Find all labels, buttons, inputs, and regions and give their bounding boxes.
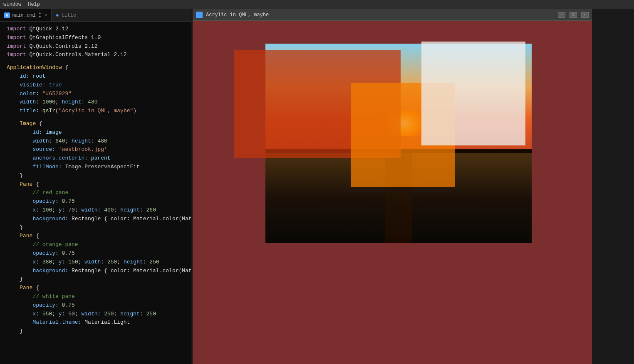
code-line-3: import QtQuick.Controls 2.12 [7, 42, 185, 51]
code-line-8: color: "#652929" [7, 90, 185, 98]
code-line-18: Pane { [7, 180, 185, 189]
editor-area: Q main.qml ▲ ▼ × ◆ title import QtQuick … [0, 9, 191, 364]
preview-window: Acrylic in QML, maybe − □ × [193, 9, 592, 364]
code-line-10: title: qsTr("Acrylic in QML, maybe") [7, 107, 185, 116]
code-line-11: Image { [7, 120, 185, 128]
code-line-5: ApplicationWindow { [7, 64, 185, 72]
white-pane [421, 42, 525, 145]
tab-title-section: ◆ title [52, 12, 80, 18]
code-blank-2 [7, 116, 185, 120]
code-line-28: background: Rectangle { color: Material.… [7, 267, 185, 275]
preview-titlebar: Acrylic in QML, maybe − □ × [193, 9, 592, 21]
code-line-17: } [7, 172, 185, 180]
code-line-6: id: root [7, 72, 185, 81]
code-line-30: Pane { [7, 284, 185, 293]
preview-title: Acrylic in QML, maybe [206, 12, 554, 18]
code-line-12: id: image [7, 128, 185, 137]
qml-file-icon: Q [4, 12, 10, 18]
code-line-29: } [7, 275, 185, 284]
code-blank-1 [7, 59, 185, 64]
code-line-20: opacity: 0.75 [7, 197, 185, 206]
code-line-13: width: 640; height: 480 [7, 137, 185, 146]
code-line-15: anchors.centerIn: parent [7, 154, 185, 163]
tab-bar: Q main.qml ▲ ▼ × ◆ title [0, 9, 191, 22]
code-line-24: Pane { [7, 232, 185, 241]
code-line-14: source: 'westbrook.jpg' [7, 145, 185, 154]
tab-title-label: title [61, 12, 76, 18]
code-line-34: Material.theme: Material.Light [7, 318, 185, 327]
code-line-27: x: 380; y: 150; width: 250; height: 250 [7, 258, 185, 267]
tab-main-qml[interactable]: Q main.qml ▲ ▼ × [0, 9, 52, 21]
code-line-23: } [7, 224, 185, 232]
preview-canvas [193, 21, 592, 364]
code-line-21: x: 100; y: 70; width: 400; height: 260 [7, 206, 185, 215]
code-line-31: // white pane [7, 293, 185, 301]
code-line-22: background: Rectangle { color: Material.… [7, 215, 185, 224]
close-button[interactable]: × [581, 12, 589, 18]
tab-filename: main.qml [12, 12, 36, 18]
code-line-4: import QtQuick.Controls.Material 2.12 [7, 51, 185, 59]
arrow-up: ▲ [39, 12, 41, 15]
tab-arrows: ▲ ▼ [39, 12, 41, 19]
code-line-1: import QtQuick 2.12 [7, 25, 185, 34]
code-line-25: // orange pane [7, 241, 185, 249]
preview-app-icon [196, 12, 203, 18]
maximize-button[interactable]: □ [570, 12, 577, 18]
code-line-9: width: 1000; height: 480 [7, 98, 185, 107]
menu-help[interactable]: Help [28, 2, 40, 7]
arrow-down: ▼ [39, 15, 41, 19]
tab-close-button[interactable]: × [44, 13, 47, 18]
code-line-33: x: 550; y: 50; width: 250; height: 250 [7, 310, 185, 319]
menu-window[interactable]: window [3, 2, 21, 7]
code-line-19: // red pane [7, 189, 185, 197]
minimize-button[interactable]: − [558, 12, 565, 18]
code-line-35: } [7, 327, 185, 336]
code-editor[interactable]: import QtQuick 2.12 import QtGraphicalEf… [0, 22, 191, 339]
code-line-32: opacity: 0.75 [7, 301, 185, 310]
code-line-16: fillMode: Image.PreserveAspectFit [7, 163, 185, 172]
code-line-26: opacity: 0.75 [7, 249, 185, 258]
code-line-2: import QtGraphicalEffects 1.0 [7, 34, 185, 42]
menubar: window Help [0, 0, 634, 9]
title-diamond-icon: ◆ [56, 12, 59, 18]
code-line-7: visible: true [7, 81, 185, 90]
